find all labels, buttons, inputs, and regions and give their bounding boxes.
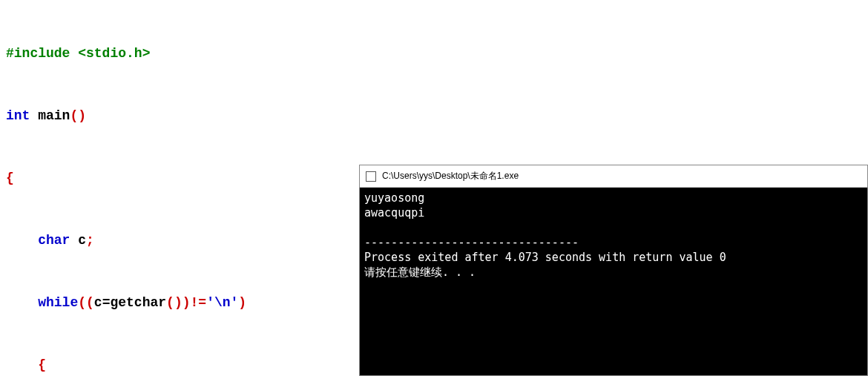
open-paren: ( — [70, 108, 78, 123]
app-icon — [366, 171, 376, 182]
keyword-char: char — [38, 233, 70, 248]
char-literal: '\n' — [206, 295, 238, 310]
keyword-while: while — [38, 295, 78, 310]
console-titlebar[interactable]: C:\Users\yys\Desktop\未命名1.exe — [360, 165, 867, 188]
console-output: yuyaosong awacquqpi --------------------… — [360, 188, 867, 283]
console-separator: -------------------------------- — [364, 236, 579, 249]
console-exit-message: Process exited after 4.073 seconds with … — [364, 251, 726, 264]
keyword-int: int — [6, 108, 30, 123]
close-paren: ) — [78, 108, 86, 123]
open-brace: { — [6, 171, 14, 185]
console-press-key: 请按任意键继续. . . — [364, 265, 476, 279]
code-line: #include <stdio.h> — [6, 43, 862, 64]
code-line: int main() — [6, 105, 862, 126]
preproc-header: <stdio.h> — [78, 46, 150, 61]
console-line: awacquqpi — [364, 206, 424, 220]
console-line: yuyaosong — [364, 191, 424, 205]
console-window[interactable]: C:\Users\yys\Desktop\未命名1.exe yuyaosong … — [359, 165, 868, 376]
console-title: C:\Users\yys\Desktop\未命名1.exe — [382, 170, 519, 182]
preproc-include: #include — [6, 46, 78, 61]
identifier-main: main — [30, 108, 70, 123]
identifier: c — [70, 233, 86, 248]
semicolon: ; — [86, 233, 94, 248]
